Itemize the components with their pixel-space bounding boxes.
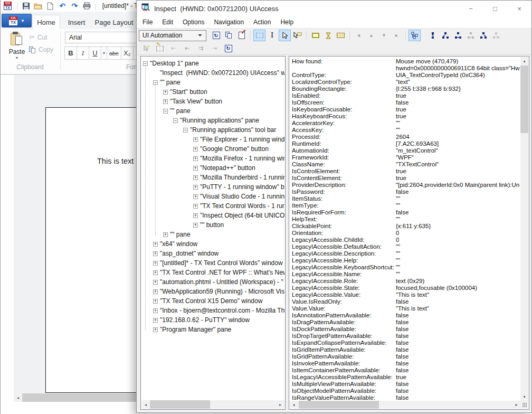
scroll-right-icon[interactable]: ▸ bbox=[512, 401, 520, 409]
tree-item[interactable]: + "Mozilla Firefox - 1 running window" b… bbox=[141, 154, 284, 163]
scrollbar-thumb[interactable] bbox=[299, 401, 379, 409]
expand-toggle-icon[interactable]: − bbox=[183, 128, 188, 133]
step-out-icon[interactable]: ⇢ bbox=[208, 43, 221, 54]
refresh-tree-icon[interactable]: ↻ bbox=[222, 43, 234, 54]
tree-item[interactable]: − "Running applications" tool bar bbox=[141, 125, 284, 135]
property-row[interactable]: IsEnabled: true bbox=[292, 92, 520, 99]
copy-icon[interactable] bbox=[223, 30, 235, 41]
property-row[interactable]: Orientation: 0 bbox=[292, 230, 520, 237]
nav-up-icon[interactable]: ▲ bbox=[365, 30, 377, 41]
property-row[interactable]: BoundingRectangle: {l:255 t:338 r:968 b:… bbox=[292, 86, 520, 92]
refresh-icon[interactable]: ↻ bbox=[210, 30, 222, 41]
strikethrough-button[interactable]: abc bbox=[107, 46, 121, 60]
property-row[interactable]: IsGridItemPatternAvailable: false bbox=[292, 346, 520, 353]
nav-down-icon[interactable]: ▼ bbox=[378, 30, 390, 41]
scroll-left-icon[interactable]: ◂ bbox=[14, 393, 22, 402]
property-row[interactable]: IsAnnotationPatternAvailable: false bbox=[292, 312, 520, 319]
hourglass-icon[interactable] bbox=[322, 30, 334, 41]
scrollbar-thumb[interactable] bbox=[22, 393, 137, 402]
expand-toggle-icon[interactable]: + bbox=[193, 185, 198, 190]
tree-horizontal-scrollbar[interactable]: ◂ ▸ bbox=[141, 400, 284, 409]
property-row[interactable]: IsMultipleViewPatternAvailable: false bbox=[292, 381, 520, 388]
show-caret-icon[interactable] bbox=[335, 30, 347, 41]
expand-toggle-icon[interactable]: + bbox=[153, 299, 158, 304]
property-row[interactable]: IsPassword: false bbox=[292, 189, 520, 195]
property-row[interactable]: LegacyIAccessible.Role: text (0x29) bbox=[292, 278, 520, 285]
nav-right-icon[interactable]: ► bbox=[391, 30, 403, 41]
menu-help[interactable]: Help bbox=[276, 18, 298, 26]
tree-item[interactable]: + "PuTTY - 1 running window" button bbox=[141, 182, 284, 192]
property-row[interactable]: LegacyIAccessible.DefaultAction: "" bbox=[292, 243, 520, 250]
expand-toggle-icon[interactable]: + bbox=[153, 308, 158, 313]
property-row[interactable]: HelpText: "" bbox=[292, 216, 520, 223]
tree-item[interactable]: + "TX Text Control .NET for WPF :: What'… bbox=[141, 268, 284, 277]
nav-last-child-icon[interactable] bbox=[477, 30, 489, 41]
tx-application-button[interactable]: X15TX ▼ bbox=[2, 14, 32, 27]
property-row[interactable]: IsDropTargetPatternAvailable: false bbox=[292, 333, 520, 340]
tree-item[interactable]: + "TX Text Control Words - 1 running win… bbox=[141, 201, 284, 211]
property-row[interactable]: ItemType: "" bbox=[292, 202, 520, 209]
expand-toggle-icon[interactable]: + bbox=[193, 194, 198, 199]
property-row[interactable]: ItemStatus: "" bbox=[292, 195, 520, 202]
resize-grip[interactable] bbox=[520, 401, 528, 409]
step-into-icon[interactable]: ⇤ bbox=[181, 43, 193, 54]
tree-item[interactable]: + "x64" window bbox=[141, 239, 284, 249]
tree-item[interactable]: − "Desktop 1" pane bbox=[141, 59, 284, 68]
bold-button[interactable]: B bbox=[64, 46, 77, 60]
tree-item[interactable]: + "asp_dotnet" window bbox=[141, 249, 284, 258]
property-row[interactable]: IsRangeValuePatternAvailable: false bbox=[292, 394, 520, 401]
api-mode-combobox[interactable]: UI Automation bbox=[139, 30, 206, 41]
tree-item[interactable]: + "192.168.0.62 - PuTTY" window bbox=[141, 315, 284, 325]
property-row[interactable]: IsLegacyIAccessiblePatternAvailable: tru… bbox=[292, 374, 520, 381]
edit-selection-icon[interactable]: ✎ bbox=[154, 43, 166, 54]
tree-item[interactable]: + "[untitled]* - TX Text Control Words" … bbox=[141, 258, 284, 268]
tab-home[interactable]: Home bbox=[32, 15, 60, 30]
tree-item[interactable]: + "Program Manager" pane bbox=[141, 325, 284, 334]
property-row[interactable]: LegacyIAccessible.KeyboardShortcut: "" bbox=[292, 264, 520, 271]
property-row[interactable]: IsKeyboardFocusable: true bbox=[292, 106, 520, 113]
tree-item[interactable]: + "" button bbox=[141, 220, 284, 230]
copy-button[interactable]: Copy bbox=[29, 46, 53, 53]
property-row[interactable]: LegacyIAccessible.State: focused,focusab… bbox=[292, 285, 520, 291]
property-row[interactable]: IsRequiredForForm: false bbox=[292, 209, 520, 216]
expand-toggle-icon[interactable]: + bbox=[153, 261, 158, 266]
text-cursor-mode-icon[interactable]: I bbox=[266, 30, 278, 41]
property-row[interactable]: IsObjectModelPatternAvailable: false bbox=[292, 388, 520, 394]
property-row[interactable]: LegacyIAccessible.Description: "" bbox=[292, 250, 520, 257]
tree-item[interactable]: + "Start" button bbox=[141, 87, 284, 97]
tree-item[interactable]: − "" pane bbox=[141, 106, 284, 116]
property-row[interactable]: IsOffscreen: false bbox=[292, 99, 520, 106]
tree-item[interactable]: "Inspect (HWND: 0x00721200) UIAccess" wi… bbox=[141, 68, 284, 78]
track-cursor-icon[interactable] bbox=[140, 43, 152, 54]
expand-toggle-icon[interactable]: + bbox=[153, 289, 158, 294]
expand-toggle-icon[interactable]: + bbox=[163, 99, 168, 104]
redo-icon[interactable]: ↷ bbox=[70, 2, 79, 10]
property-row[interactable]: ClassName: "TXTextControl" bbox=[292, 161, 520, 168]
menu-edit[interactable]: Edit bbox=[157, 18, 178, 26]
italic-button[interactable]: I bbox=[77, 46, 89, 60]
print-icon[interactable] bbox=[82, 2, 91, 10]
property-row[interactable]: HasKeyboardFocus: true bbox=[292, 113, 520, 120]
expand-toggle-icon[interactable]: + bbox=[193, 204, 198, 209]
highlight-rectangle-icon[interactable] bbox=[309, 30, 321, 41]
expand-toggle-icon[interactable]: + bbox=[193, 166, 198, 171]
subscript-button[interactable]: X₂ bbox=[121, 46, 134, 60]
new-document-icon[interactable] bbox=[46, 2, 54, 10]
cut-button[interactable]: ✂ Cut bbox=[29, 33, 48, 41]
property-row[interactable]: ProviderDescription: "[pid:2604,provider… bbox=[292, 182, 520, 189]
nav-descendants-icon[interactable] bbox=[490, 30, 502, 41]
close-button[interactable]: × bbox=[507, 1, 531, 16]
property-row[interactable]: LegacyIAccessible.Help: "" bbox=[292, 257, 520, 264]
scroll-left-icon[interactable]: ◂ bbox=[141, 400, 150, 409]
nav-left-icon[interactable]: ◄ bbox=[353, 30, 365, 41]
expand-toggle-icon[interactable]: + bbox=[193, 156, 198, 161]
undo-icon[interactable]: ↶ bbox=[58, 2, 66, 10]
tree-item[interactable]: + "Task View" button bbox=[141, 97, 284, 106]
expand-toggle-icon[interactable]: + bbox=[193, 137, 198, 142]
property-row[interactable]: ControlType: UIA_TextControlTypeId (0xC3… bbox=[292, 72, 520, 79]
property-row[interactable]: IsDockPatternAvailable: false bbox=[292, 326, 520, 333]
expand-toggle-icon[interactable]: − bbox=[163, 109, 168, 114]
property-row[interactable]: IsItemContainerPatternAvailable: false bbox=[292, 367, 520, 374]
props-vertical-scrollbar[interactable]: ▴ ▾ bbox=[520, 57, 528, 401]
menu-navigation[interactable]: Navigation bbox=[209, 18, 249, 26]
